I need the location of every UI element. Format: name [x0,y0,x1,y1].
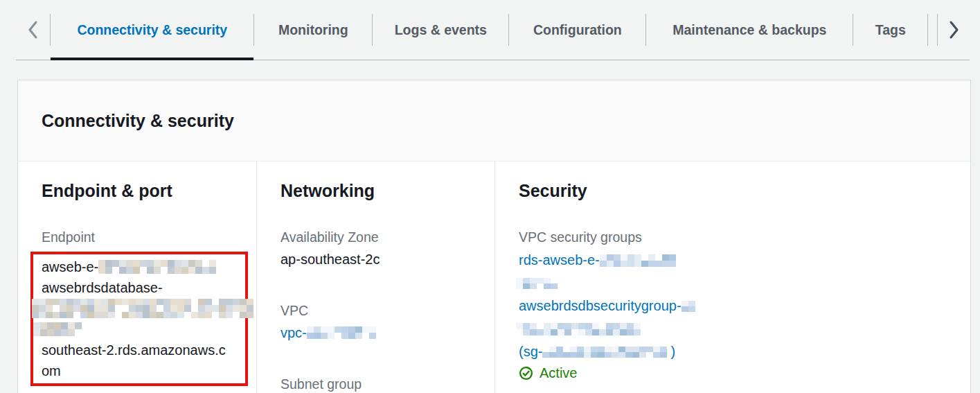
security-group-status: Active [519,365,970,381]
tab-monitoring[interactable]: Monitoring [254,0,372,60]
endpoint-port-heading: Endpoint & port [42,180,256,202]
redacted-text [33,322,86,336]
tab-label: Logs & events [395,22,487,38]
tab-label: Tags [875,22,906,38]
tab-bar-spacer [928,0,937,60]
redacted-text [98,260,216,274]
link-text[interactable]: rds-awseb-e- [519,249,600,272]
tab-label: Monitoring [278,22,348,38]
field-value: vpc- [280,322,495,343]
tab-label: Connectivity & security [77,22,227,38]
redacted-text [516,278,559,289]
networking-heading: Networking [280,180,495,202]
redacted-text [516,323,641,335]
value-text: om [42,360,61,381]
networking-field-availability-zone: Availability Zoneap-southeast-2c [280,227,495,270]
security-column: Security VPC security groups rds-awseb-e… [495,161,970,393]
tab-configuration[interactable]: Configuration [509,0,645,60]
value-text: awseb-e- [42,256,98,277]
tab-connectivity-security[interactable]: Connectivity & security [51,0,253,60]
value-line [42,319,242,340]
value-line [519,317,970,340]
value-text: awsebrdsdatabase- [42,277,163,298]
redacted-text [542,347,670,358]
red-highlight-box: awseb-e-awsebrdsdatabase-southeast-2.rds… [30,252,248,386]
redacted-text [32,299,255,318]
chevron-right-icon [948,19,960,40]
tab-maintenance-backups[interactable]: Maintenance & backups [646,0,853,60]
tab-bar: Connectivity & securityMonitoringLogs & … [16,0,970,60]
value-line: southeast-2.rds.amazonaws.c [42,340,242,360]
link-text[interactable]: (sg- [519,340,542,363]
vpc-security-groups-list: rds-awseb-e-awsebrdsdbsecuritygroup-(sg-… [519,249,970,363]
panel-body: Endpoint & port Endpoint awseb-e-awsebrd… [18,161,970,393]
chevron-left-icon [27,19,39,40]
value-line: rds-awseb-e- [519,249,970,272]
value-text: southeast-2.rds.amazonaws.c [42,340,226,360]
tabs-scroll-right-button[interactable] [938,0,970,60]
link-text[interactable]: awsebrdsdbsecuritygroup- [519,295,681,317]
endpoint-label: Endpoint [42,227,256,247]
redacted-text [307,326,378,339]
field-label: VPC [280,300,495,321]
endpoint-port-column: Endpoint & port Endpoint awseb-e-awsebrd… [18,161,257,393]
field-label: Subnet group [280,374,495,393]
value-line: om [42,360,242,381]
panel-title: Connectivity & security [42,111,234,131]
panel-header: Connectivity & security [18,80,970,161]
check-circle-icon [519,366,533,381]
value-line [519,272,970,295]
status-text: Active [540,365,577,381]
value-line: awsebrdsdbsecuritygroup- [519,295,970,317]
tabs-scroll-left-button[interactable] [16,0,50,60]
value-text: ap-southeast-2c [280,249,380,270]
link-text[interactable]: ) [670,340,675,363]
endpoint-value: awseb-e-awsebrdsdatabase-southeast-2.rds… [42,256,242,381]
redacted-text [681,301,701,312]
connectivity-security-panel: Connectivity & security Endpoint & port … [17,80,971,393]
networking-column: Networking Availability Zoneap-southeast… [257,161,495,393]
field-label: Availability Zone [280,227,495,247]
tab-label: Configuration [533,22,622,38]
redacted-text [600,254,679,267]
networking-field-vpc: VPCvpc- [280,300,495,343]
link-text[interactable]: vpc- [280,322,307,343]
security-heading: Security [519,180,970,202]
tab-tags[interactable]: Tags [853,0,927,60]
value-line: awsebrdsdatabase- [42,277,242,298]
vpc-security-groups-label: VPC security groups [519,227,970,247]
value-line: awseb-e- [42,256,242,277]
tab-label: Maintenance & backups [672,22,826,38]
networking-field-subnet-group: Subnet group [280,374,495,393]
value-line [42,298,242,319]
tab-logs-events[interactable]: Logs & events [373,0,508,60]
value-line: (sg-) [519,340,970,363]
field-value: ap-southeast-2c [280,249,495,270]
